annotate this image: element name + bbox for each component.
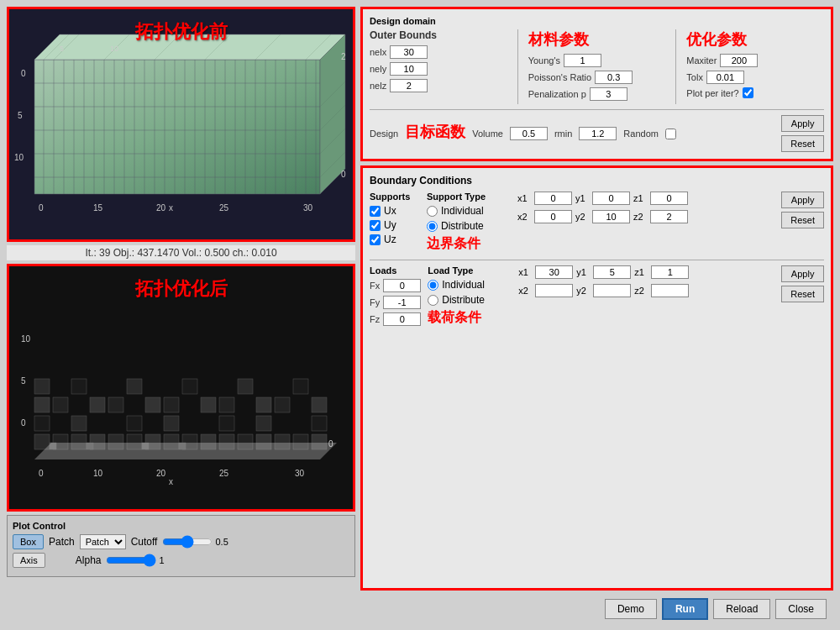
svg-text:25: 25: [219, 203, 229, 213]
rmin-input[interactable]: [579, 127, 617, 140]
maxiter-input[interactable]: [720, 54, 758, 67]
svg-rect-96: [34, 379, 50, 394]
fz-label: Fz: [370, 314, 380, 324]
supports-reset-button[interactable]: Reset: [781, 212, 824, 228]
bc-title: Boundary Conditions: [370, 175, 824, 186]
sup-y1-input[interactable]: [592, 192, 630, 205]
poisson-input[interactable]: [595, 71, 633, 84]
bottom-bar: Demo Run Reload Close: [360, 595, 833, 623]
optimization-subsection: 优化参数 Maxiter Tolx Plot per iter?: [686, 29, 824, 104]
load-y2-input[interactable]: [593, 284, 631, 297]
load-z1-input[interactable]: [651, 265, 689, 279]
svg-text:25: 25: [219, 469, 229, 478]
individual-label: Individual: [441, 205, 484, 217]
loads-title: Loads: [370, 265, 421, 276]
svg-text:5: 5: [18, 111, 23, 120]
svg-text:20: 20: [156, 469, 166, 478]
material-title: 材料参数: [528, 29, 666, 50]
sup-z1-input[interactable]: [650, 192, 688, 205]
nely-label: nely: [370, 64, 386, 74]
loads-apply-button[interactable]: Apply: [781, 265, 824, 282]
tolx-input[interactable]: [706, 71, 744, 84]
svg-rect-97: [71, 379, 87, 394]
youngs-label: Young's: [528, 55, 560, 66]
load-individual-radio[interactable]: [428, 280, 438, 291]
outer-bounds-subsection: Outer Bounds nelx nely nelz: [370, 29, 507, 104]
boundary-conditions-section: Boundary Conditions Supports Ux Uy: [360, 165, 833, 591]
svg-rect-81: [164, 416, 179, 431]
sup-z1-label: z1: [633, 193, 647, 203]
load-x2-label: x2: [518, 286, 532, 296]
svg-rect-82: [219, 416, 234, 431]
uz-checkbox[interactable]: [370, 234, 381, 245]
box-button[interactable]: Box: [13, 534, 44, 549]
axis-button[interactable]: Axis: [13, 553, 45, 568]
supports-title: Supports: [370, 192, 420, 202]
svg-rect-100: [238, 379, 253, 394]
reload-button[interactable]: Reload: [713, 599, 770, 619]
cutoff-slider[interactable]: [162, 536, 213, 548]
design-apply-button[interactable]: Apply: [781, 115, 824, 132]
plot-iter-checkbox[interactable]: [743, 87, 753, 98]
cutoff-value: 0.5: [215, 537, 235, 547]
nelz-input[interactable]: [390, 79, 428, 92]
sup-y2-input[interactable]: [592, 210, 630, 223]
svg-text:10: 10: [93, 469, 103, 478]
tolx-label: Tolx: [686, 72, 703, 82]
fx-input[interactable]: [383, 279, 421, 292]
svg-rect-93: [256, 397, 271, 412]
demo-button[interactable]: Demo: [605, 599, 657, 619]
svg-text:10: 10: [14, 153, 24, 162]
distribute-radio[interactable]: [427, 221, 438, 232]
random-label: Random: [623, 129, 659, 139]
svg-text:30: 30: [303, 203, 313, 213]
ux-label: Ux: [384, 205, 396, 217]
loads-reset-button[interactable]: Reset: [781, 286, 824, 302]
svg-text:10: 10: [110, 45, 118, 53]
individual-radio[interactable]: [427, 206, 438, 217]
sup-z2-input[interactable]: [650, 210, 688, 223]
maxiter-label: Maxiter: [686, 55, 717, 66]
top-plot-area: 0 x 15 20 25 30 0 2 0 5 10 5 10 拓扑优化前: [7, 7, 355, 242]
ux-checkbox[interactable]: [370, 206, 381, 217]
random-checkbox[interactable]: [665, 129, 676, 139]
load-x2-input[interactable]: [535, 284, 573, 297]
load-y1-input[interactable]: [593, 265, 631, 279]
volume-label: Volume: [472, 129, 503, 139]
supports-apply-button[interactable]: Apply: [781, 192, 824, 208]
load-y1-label: y1: [576, 267, 590, 277]
nely-input[interactable]: [390, 62, 428, 76]
nelx-input[interactable]: [390, 45, 428, 59]
bottom-plot-label: 拓扑优化后: [135, 276, 228, 302]
bottom-plot-area: 0 x 10 20 25 30 0 10 5 0 拓扑优化后: [7, 264, 355, 512]
penal-input[interactable]: [590, 87, 627, 101]
svg-rect-89: [145, 397, 160, 412]
design-domain-section: Design domain Outer Bounds nelx nely nel…: [360, 7, 833, 161]
close-button[interactable]: Close: [775, 599, 827, 619]
design-reset-button[interactable]: Reset: [781, 135, 824, 152]
optimization-title: 优化参数: [686, 29, 824, 50]
load-z2-input[interactable]: [651, 284, 689, 297]
cutoff-label: Cutoff: [131, 536, 158, 548]
uy-checkbox[interactable]: [370, 220, 381, 231]
nelx-label: nelx: [370, 47, 386, 57]
design-domain-title: Design domain: [370, 16, 824, 26]
sup-x2-input[interactable]: [534, 210, 572, 223]
alpha-slider[interactable]: [106, 554, 156, 566]
fy-input[interactable]: [383, 296, 421, 309]
sup-z2-label: z2: [633, 212, 647, 222]
load-distribute-radio[interactable]: [428, 295, 438, 306]
volume-input[interactable]: [510, 127, 548, 140]
plot-control-title: Plot Control: [13, 521, 349, 531]
fz-input[interactable]: [383, 312, 421, 326]
youngs-input[interactable]: [564, 54, 601, 67]
patch-select[interactable]: Patch: [80, 534, 126, 549]
svg-marker-0: [34, 60, 320, 194]
load-distribute-label: Distribute: [442, 294, 485, 306]
load-x1-input[interactable]: [535, 265, 573, 279]
run-button[interactable]: Run: [662, 598, 708, 620]
svg-text:5: 5: [21, 376, 26, 386]
sup-x1-input[interactable]: [534, 192, 572, 205]
svg-rect-87: [90, 397, 105, 412]
svg-rect-84: [312, 416, 327, 431]
